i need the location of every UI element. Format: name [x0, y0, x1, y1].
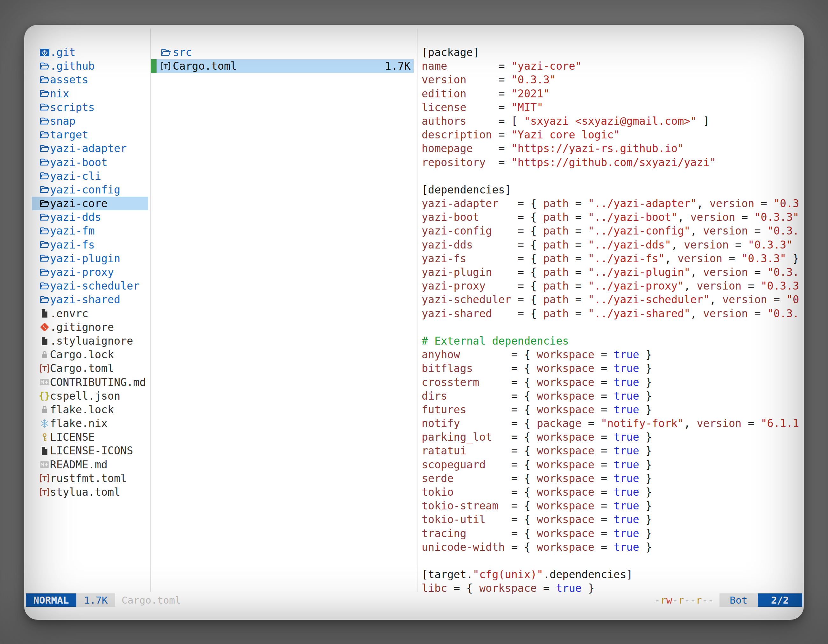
parent-item-yazi-fs[interactable]: yazi-fs [32, 238, 148, 252]
parent-item-yazi-config[interactable]: yazi-config [32, 183, 148, 197]
preview-token: = [594, 513, 613, 526]
preview-token: path [543, 293, 569, 306]
folder-open-icon [39, 252, 50, 265]
preview-token: "../yazi-config" [588, 225, 690, 237]
current-item-cargo-toml[interactable]: Cargo.toml1.7K [151, 59, 414, 73]
preview-token: "cfg(unix)" [473, 568, 543, 581]
parent-item--envrc[interactable]: .envrc [32, 307, 148, 320]
parent-item-yazi-proxy[interactable]: yazi-proxy [32, 265, 148, 279]
preview-token: "notify-fork" [601, 417, 684, 429]
status-filename: Cargo.toml [122, 594, 181, 607]
parent-item-yazi-shared[interactable]: yazi-shared [32, 293, 148, 306]
preview-token: true [613, 390, 639, 402]
parent-item-yazi-dds[interactable]: yazi-dds [32, 210, 148, 224]
preview-line: parking_lot = { workspace = true } [422, 430, 799, 444]
preview-token: true [613, 376, 639, 389]
parent-item-license-icons[interactable]: LICENSE-ICONS [32, 444, 148, 458]
preview-token: workspace [537, 362, 594, 374]
parent-item--github[interactable]: .github [32, 59, 148, 73]
parent-item--git[interactable]: .git [32, 45, 148, 59]
preview-token: = [594, 390, 613, 402]
preview-token: "0.3. [767, 266, 799, 278]
preview-token: } [786, 252, 799, 265]
preview-token: = [492, 128, 511, 141]
folder-open-icon [160, 45, 171, 59]
file-label: README.md [50, 458, 108, 472]
preview-token: = [466, 74, 511, 86]
preview-line: yazi-dds = { path = "../yazi-dds", versi… [422, 238, 799, 252]
parent-item-yazi-scheduler[interactable]: yazi-scheduler [32, 279, 148, 293]
parent-item-yazi-plugin[interactable]: yazi-plugin [32, 252, 148, 265]
preview-token: , [677, 211, 690, 223]
file-label: flake.nix [50, 417, 108, 430]
perm-char: r [678, 594, 684, 606]
parent-item-cargo-toml[interactable]: Cargo.toml [32, 362, 148, 375]
preview-token: tokio-util [422, 513, 486, 526]
preview-token: true [613, 431, 639, 443]
file-label: yazi-shared [50, 293, 120, 306]
file-preview-pane[interactable]: [package]name = "yazi-core"version = "0.… [422, 45, 799, 596]
file-icon [39, 334, 50, 348]
preview-token: true [613, 500, 639, 512]
current-item-src[interactable]: src [151, 45, 414, 59]
preview-line: anyhow = { workspace = true } [422, 348, 799, 362]
parent-item-flake-lock[interactable]: flake.lock [32, 403, 148, 417]
file-icon [39, 444, 50, 458]
preview-token: = { [492, 266, 543, 278]
file-label: yazi-proxy [50, 265, 114, 279]
parent-item-cspell-json[interactable]: {}cspell.json [32, 389, 148, 403]
preview-token: # External dependencies [422, 335, 569, 347]
preview-token: = { [492, 307, 543, 320]
preview-line: [target."cfg(unix)".dependencies] [422, 568, 799, 581]
preview-token: [dependencies] [422, 183, 511, 196]
preview-token: tracing [422, 527, 466, 540]
parent-item--gitignore[interactable]: .gitignore [32, 320, 148, 334]
parent-item--styluaignore[interactable]: .styluaignore [32, 334, 148, 348]
scroll-position-fraction: 2/2 [758, 594, 802, 607]
preview-token: yazi-fs [422, 252, 466, 265]
parent-item-stylua-toml[interactable]: stylua.toml [32, 485, 148, 499]
parent-item-target[interactable]: target [32, 128, 148, 142]
preview-line: repository = "https://github.com/sxyazi/… [422, 155, 799, 169]
preview-token: = { [473, 239, 543, 251]
folder-open-icon [39, 265, 50, 279]
preview-token: , [710, 293, 722, 306]
folder-open-icon [39, 114, 50, 128]
preview-token: workspace [537, 390, 594, 402]
preview-line: bitflags = { workspace = true } [422, 362, 799, 375]
preview-line: edition = "2021" [422, 87, 799, 100]
preview-token: = [466, 101, 511, 114]
preview-line: serde = { workspace = true } [422, 472, 799, 485]
parent-item-yazi-cli[interactable]: yazi-cli [32, 169, 148, 183]
preview-line: tracing = { workspace = true } [422, 526, 799, 540]
lock-icon [39, 348, 50, 362]
folder-open-icon [39, 197, 50, 210]
parent-item-flake-nix[interactable]: flake.nix [32, 417, 148, 430]
parent-item-nix[interactable]: nix [32, 87, 148, 100]
preview-line: unicode-width = { workspace = true } [422, 540, 799, 554]
snowflake-nix-icon [39, 417, 50, 430]
parent-item-assets[interactable]: assets [32, 73, 148, 86]
parent-item-readme-md[interactable]: README.md [32, 458, 148, 472]
parent-item-yazi-fm[interactable]: yazi-fm [32, 224, 148, 238]
parent-item-contributing-md[interactable]: CONTRIBUTING.md [32, 376, 148, 389]
yazi-window: .git.githubassetsnixscriptssnaptargetyaz… [24, 25, 804, 620]
current-directory-list[interactable]: srcCargo.toml1.7K [151, 45, 414, 73]
parent-item-yazi-core[interactable]: yazi-core [32, 197, 148, 210]
preview-token: , [671, 239, 684, 251]
preview-token: = [742, 280, 761, 292]
parent-item-scripts[interactable]: scripts [32, 100, 148, 114]
preview-token: version [422, 74, 466, 86]
parent-item-yazi-boot[interactable]: yazi-boot [32, 155, 148, 169]
preview-token: , [684, 280, 696, 292]
preview-token: true [613, 362, 639, 374]
parent-item-yazi-adapter[interactable]: yazi-adapter [32, 142, 148, 155]
preview-token: = { [473, 362, 537, 374]
parent-item-snap[interactable]: snap [32, 114, 148, 128]
preview-token: "0.3.3 [761, 280, 799, 292]
parent-directory-list[interactable]: .git.githubassetsnixscriptssnaptargetyaz… [32, 45, 148, 499]
parent-item-rustfmt-toml[interactable]: rustfmt.toml [32, 472, 148, 485]
preview-token: "6.1.1 [761, 417, 799, 429]
parent-item-cargo-lock[interactable]: Cargo.lock [32, 348, 148, 362]
parent-item-license[interactable]: LICENSE [32, 430, 148, 444]
